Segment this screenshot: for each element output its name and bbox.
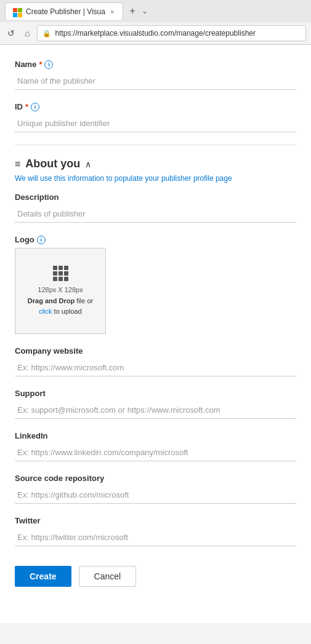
tab-bar: Create Publisher | Visua × + ⌄	[0, 0, 311, 22]
page-content: Name * i ID * i ≡ About you ∧ We will us…	[0, 45, 311, 623]
twitter-input[interactable]	[15, 529, 296, 546]
logo-upload-area[interactable]: 128px X 128px Drag and Drop file or clic…	[15, 248, 106, 334]
company-website-label: Company website	[15, 346, 296, 356]
name-label: Name * i	[15, 60, 296, 69]
name-field-group: Name * i	[15, 60, 296, 90]
twitter-field-group: Twitter	[15, 516, 296, 546]
button-row: Create Cancel	[15, 566, 296, 587]
refresh-button[interactable]: ↺	[5, 26, 17, 41]
id-field-group: ID * i	[15, 102, 296, 132]
twitter-label: Twitter	[15, 516, 296, 525]
description-label: Description	[15, 193, 296, 202]
about-section-header: ≡ About you ∧	[15, 157, 296, 170]
lock-icon: 🔒	[42, 30, 51, 38]
address-bar[interactable]: 🔒 https://marketplace.visualstudio.com/m…	[37, 25, 306, 41]
logo-grid-icon	[53, 266, 68, 281]
support-field-group: Support	[15, 389, 296, 419]
address-url: https://marketplace.visualstudio.com/man…	[55, 29, 256, 38]
tab-favicon	[13, 6, 22, 17]
new-tab-button[interactable]: +	[126, 6, 139, 17]
logo-label: Logo i	[15, 235, 296, 244]
support-input[interactable]	[15, 402, 296, 419]
linkedin-label: LinkedIn	[15, 431, 296, 440]
source-code-label: Source code repository	[15, 474, 296, 483]
company-website-field-group: Company website	[15, 346, 296, 376]
logo-drag-text: Drag and Drop file or click to upload	[28, 296, 93, 316]
logo-field-group: Logo i 128px X 128px Drag and Drop file …	[15, 235, 296, 334]
about-collapse-button[interactable]: ∧	[85, 159, 91, 169]
description-input[interactable]	[15, 205, 296, 223]
id-info-icon[interactable]: i	[31, 103, 39, 111]
tab-chevron-icon[interactable]: ⌄	[142, 7, 148, 15]
about-section-icon: ≡	[15, 159, 20, 170]
active-tab[interactable]: Create Publisher | Visua ×	[5, 2, 123, 20]
description-field-group: Description	[15, 193, 296, 223]
logo-info-icon[interactable]: i	[37, 236, 46, 244]
id-label: ID * i	[15, 102, 296, 111]
support-label: Support	[15, 389, 296, 398]
id-input[interactable]	[15, 115, 296, 132]
about-section-title: About you	[25, 157, 80, 170]
tab-close-button[interactable]: ×	[109, 7, 115, 16]
name-required-star: *	[39, 60, 42, 69]
name-info-icon[interactable]: i	[44, 60, 53, 69]
address-bar-row: ↺ ⌂ 🔒 https://marketplace.visualstudio.c…	[0, 22, 311, 44]
company-website-input[interactable]	[15, 359, 296, 376]
linkedin-input[interactable]	[15, 444, 296, 461]
tab-title: Create Publisher | Visua	[26, 7, 105, 16]
browser-chrome: Create Publisher | Visua × + ⌄ ↺ ⌂ 🔒 htt…	[0, 0, 311, 45]
divider	[15, 145, 296, 145]
id-required-star: *	[25, 102, 28, 111]
logo-size-text: 128px X 128px	[38, 286, 83, 293]
source-code-field-group: Source code repository	[15, 474, 296, 504]
create-button[interactable]: Create	[15, 566, 71, 587]
name-input[interactable]	[15, 73, 296, 90]
logo-click-link[interactable]: click	[39, 308, 52, 315]
home-button[interactable]: ⌂	[22, 26, 32, 41]
about-section-desc: We will use this information to populate…	[15, 174, 296, 183]
source-code-input[interactable]	[15, 487, 296, 504]
cancel-button[interactable]: Cancel	[79, 566, 137, 587]
linkedin-field-group: LinkedIn	[15, 431, 296, 461]
